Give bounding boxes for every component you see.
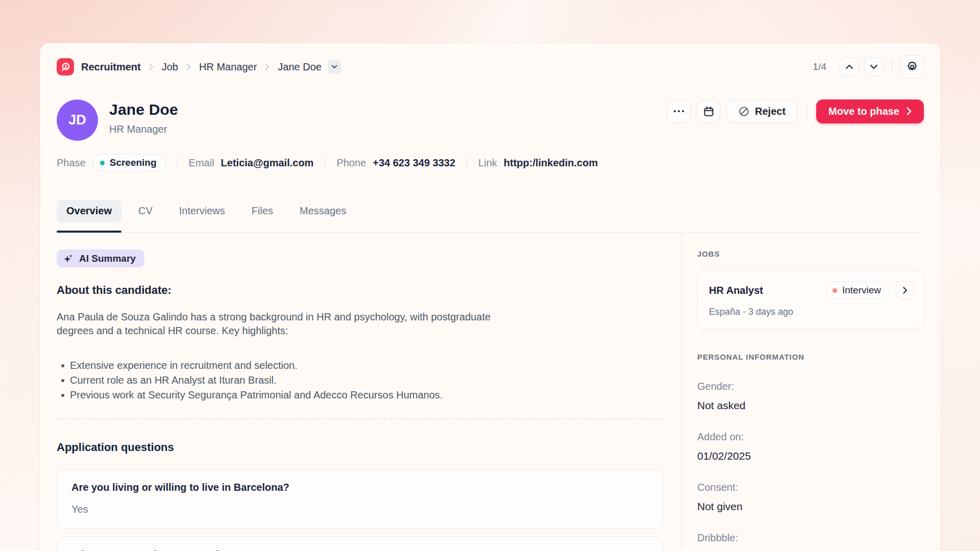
status-dot-icon	[832, 288, 837, 293]
phase-value: Screening	[110, 157, 157, 168]
breadcrumb-app[interactable]: Recruitment	[81, 61, 141, 73]
candidate-info-row: Phase Screening Email Leticia@gmail.com …	[57, 154, 598, 171]
phase-badge[interactable]: Screening	[93, 154, 166, 171]
next-candidate-button[interactable]	[864, 57, 884, 77]
question-text: Are you living or willing to live in Bar…	[71, 482, 648, 493]
highlight-item: Previous work at Security Segurança Patr…	[57, 388, 663, 403]
link-value[interactable]: httpp:/linkedin.com	[504, 157, 598, 169]
tab-interviews[interactable]: Interviews	[169, 199, 235, 222]
move-to-phase-label: Move to phase	[828, 106, 899, 117]
top-bar: Recruitment Job HR Manager Jane Doe 1/4	[57, 55, 924, 79]
reject-button[interactable]: Reject	[726, 99, 797, 123]
field-label: Consent:	[697, 482, 925, 493]
pager-count: 1/4	[813, 61, 826, 72]
open-job-button[interactable]	[896, 281, 914, 299]
candidate-name: Jane Doe	[109, 101, 178, 118]
field-label: Added on:	[697, 431, 925, 443]
candidate-identity: Jane Doe HR Manager	[109, 99, 178, 141]
divider	[892, 60, 892, 73]
about-title: About this candidate:	[57, 284, 663, 297]
chevron-right-icon	[149, 63, 154, 70]
application-questions-title: Application questions	[57, 441, 663, 454]
about-text: Ana Paula de Souza Galindo has a strong …	[57, 310, 522, 338]
field-value: 01/02/2025	[697, 450, 925, 462]
email-value: Leticia@gmail.com	[221, 157, 314, 169]
personal-field: Dribbble: www.dribbble/janedoe21.com	[697, 532, 925, 551]
field-label: Gender:	[697, 381, 925, 392]
ai-summary-label: AI Summary	[79, 253, 136, 264]
question-answer: Yes	[71, 504, 648, 515]
ai-summary-badge[interactable]: AI Summary	[57, 249, 144, 267]
field-label: Dribbble:	[697, 532, 925, 544]
chevron-right-icon	[265, 63, 270, 70]
candidate-role: HR Manager	[109, 123, 178, 135]
divider	[177, 156, 178, 169]
job-status-value: Interview	[842, 285, 881, 296]
avatar: JD	[57, 99, 98, 141]
highlights-list: Extensive experience in recruitment and …	[57, 358, 663, 403]
breadcrumb-job[interactable]: Job	[162, 61, 178, 73]
column-divider	[682, 233, 682, 551]
tab-overview[interactable]: Overview	[57, 199, 121, 222]
field-value: Not given	[697, 500, 925, 513]
personal-info-section-title: PERSONAL INFORMATION	[697, 353, 925, 361]
link-label: Link	[478, 157, 497, 169]
chevron-down-icon	[870, 64, 878, 69]
details-sidebar: JOBS HR Analyst Interview España - 3 day…	[697, 249, 925, 551]
email-label: Email	[189, 157, 214, 169]
pager-controls: 1/4	[813, 55, 924, 79]
tab-cv[interactable]: CV	[129, 199, 162, 222]
chevron-right-icon	[186, 63, 191, 70]
settings-button[interactable]	[900, 55, 924, 79]
chevron-down-icon	[331, 65, 337, 69]
candidate-switcher-button[interactable]	[328, 60, 341, 74]
previous-candidate-button[interactable]	[840, 57, 859, 77]
highlight-item: Current role as an HR Analyst at Ituran …	[57, 373, 663, 388]
job-card[interactable]: HR Analyst Interview España - 3 days ago	[697, 270, 925, 329]
phase-label: Phase	[57, 157, 86, 169]
question-card: What are your salary expectations?	[57, 537, 663, 551]
phone-label: Phone	[336, 157, 366, 169]
personal-field: Gender: Not asked	[697, 381, 925, 412]
field-value: Not asked	[697, 399, 925, 412]
move-to-phase-button[interactable]: Move to phase	[816, 99, 924, 123]
personal-field: Added on: 01/02/2025	[697, 431, 925, 462]
section-divider	[57, 418, 663, 419]
chevron-right-icon	[903, 287, 908, 294]
tab-messages[interactable]: Messages	[290, 199, 356, 222]
highlight-item: Extensive experience in recruitment and …	[57, 358, 663, 373]
breadcrumb-position[interactable]: HR Manager	[199, 61, 257, 73]
chevron-right-icon	[906, 107, 912, 115]
phase-dot-icon	[100, 161, 105, 165]
gear-icon	[906, 61, 918, 73]
candidate-actions: Reject Move to phase	[661, 99, 924, 123]
schedule-button[interactable]	[697, 99, 720, 123]
person-search-icon	[60, 62, 71, 72]
ellipsis-icon	[674, 110, 684, 112]
more-options-button[interactable]	[667, 99, 691, 123]
phone-value: +34 623 349 3332	[373, 157, 455, 169]
ban-icon	[738, 106, 750, 117]
job-status-badge: Interview	[826, 282, 890, 299]
question-text: What are your salary expectations?	[71, 549, 648, 551]
divider	[325, 156, 325, 169]
job-meta: España - 3 days ago	[709, 307, 914, 317]
breadcrumb-candidate[interactable]: Jane Doe	[278, 61, 322, 73]
candidate-profile-card: Recruitment Job HR Manager Jane Doe 1/4	[40, 43, 941, 551]
job-title: HR Analyst	[709, 285, 826, 296]
question-card: Are you living or willing to live in Bar…	[57, 469, 663, 529]
chevron-up-icon	[845, 64, 853, 69]
recruitment-app-icon[interactable]	[57, 58, 74, 76]
divider	[467, 156, 467, 169]
personal-field: Consent: Not given	[697, 482, 925, 513]
calendar-icon	[703, 106, 715, 117]
tab-files[interactable]: Files	[242, 199, 283, 222]
tab-bar: Overview CV Interviews Files Messages	[57, 199, 924, 233]
overview-panel: AI Summary About this candidate: Ana Pau…	[57, 249, 663, 551]
divider	[806, 104, 807, 119]
reject-button-label: Reject	[755, 106, 786, 117]
job-card-row: HR Analyst Interview	[709, 281, 914, 299]
sparkles-icon	[63, 254, 74, 263]
candidate-header: JD Jane Doe HR Manager Reject	[57, 99, 924, 141]
jobs-section-title: JOBS	[697, 249, 925, 258]
